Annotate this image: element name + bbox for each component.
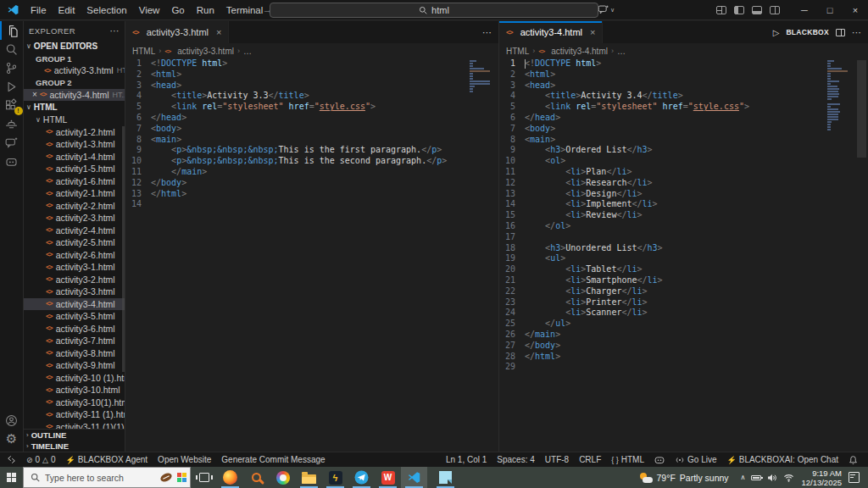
- taskbar-firefox[interactable]: [217, 467, 243, 488]
- menu-selection[interactable]: Selection: [81, 0, 132, 20]
- file-tree-item-activity1-5.html[interactable]: <>activity1-5.html: [24, 163, 125, 175]
- file-tree-item-activity3-10 (1).html[interactable]: <>activity3-10 (1).html: [24, 372, 125, 385]
- close-icon[interactable]: ×: [590, 27, 595, 37]
- open-editor-activity3-3[interactable]: <> activity3-3.html HT...: [24, 64, 125, 77]
- file-tree-item-activity3-11 (1).html[interactable]: <>activity3-11 (1).html: [24, 408, 125, 421]
- taskbar-file-explorer[interactable]: [296, 467, 322, 488]
- source-control-icon[interactable]: [0, 58, 24, 77]
- blackboxai-chat-button[interactable]: ⚡ BLACKBOXAI: Open Chat: [721, 455, 843, 464]
- generate-commit-button[interactable]: Generate Commit Message: [216, 455, 330, 464]
- encoding[interactable]: UTF-8: [540, 455, 574, 464]
- taskbar-wps[interactable]: W: [375, 467, 401, 488]
- copilot-status[interactable]: [649, 455, 670, 464]
- file-tree-item-activity1-2.html[interactable]: <>activity1-2.html: [24, 126, 125, 139]
- folder-html[interactable]: ∨ HTML: [24, 114, 125, 126]
- close-icon[interactable]: ×: [216, 27, 221, 37]
- breadcrumb[interactable]: HTML › <> activity3-3.html › …: [125, 43, 498, 58]
- blackbox-extension-icon[interactable]: [0, 114, 24, 133]
- file-tree-item-activity1-3.html[interactable]: <>activity1-3.html: [24, 138, 125, 151]
- code-editor-activity3-3[interactable]: 1<!DOCTYPE html>2<html>3<head>4 <title>A…: [125, 58, 470, 452]
- toggle-panel-icon[interactable]: [752, 6, 762, 14]
- breadcrumb[interactable]: HTML › <> activity3-4.html › …: [499, 43, 868, 58]
- file-tree-item-activity3-1.html[interactable]: <>activity3-1.html: [24, 261, 125, 274]
- settings-gear-icon[interactable]: ⚙: [0, 430, 24, 448]
- menu-file[interactable]: File: [25, 0, 53, 20]
- sidebar-scrollbar[interactable]: [122, 126, 125, 372]
- code-editor-activity3-4[interactable]: 1<!DOCTYPE html>2<html>3<head>4 <title>A…: [499, 58, 839, 452]
- eol-sequence[interactable]: CRLF: [574, 455, 606, 464]
- taskbar-paint[interactable]: [270, 467, 296, 488]
- menu-run[interactable]: Run: [191, 0, 220, 20]
- menu-view[interactable]: View: [133, 0, 166, 20]
- timeline-section[interactable]: › TIMELINE: [24, 441, 125, 452]
- file-tree-item-activity3-10.html[interactable]: <>activity3-10.html: [24, 384, 125, 396]
- indentation[interactable]: Spaces: 4: [492, 455, 539, 464]
- file-tree-item-activity2-2.html[interactable]: <>activity2-2.html: [24, 200, 125, 213]
- close-button[interactable]: ×: [843, 0, 868, 20]
- taskbar-search-app[interactable]: [243, 467, 270, 488]
- tray-expand-icon[interactable]: ∧: [741, 474, 746, 481]
- toggle-sidebar-icon[interactable]: [734, 6, 744, 14]
- editor-scrollbar[interactable]: [857, 60, 866, 158]
- language-mode[interactable]: { } HTML: [606, 455, 649, 464]
- file-tree-item-activity1-6.html[interactable]: <>activity1-6.html: [24, 175, 125, 188]
- close-icon[interactable]: ×: [32, 90, 37, 99]
- wifi-icon[interactable]: [783, 474, 794, 482]
- run-debug-icon[interactable]: [0, 77, 24, 96]
- more-actions-icon[interactable]: ⋯: [482, 27, 492, 38]
- minimap[interactable]: [827, 60, 849, 134]
- file-tree-item-activity3-10(1).html[interactable]: <>activity3-10(1).html: [24, 396, 125, 409]
- menu-edit[interactable]: Edit: [53, 0, 81, 20]
- taskbar-sticky-notes[interactable]: [432, 467, 459, 488]
- file-tree-item-activity2-6.html[interactable]: <>activity2-6.html: [24, 249, 125, 262]
- tab-activity3-3[interactable]: <> activity3-3.html ×: [125, 21, 229, 43]
- blackbox-agent-button[interactable]: ⚡ BLACKBOX Agent: [61, 455, 153, 464]
- file-tree-item-activity3-5.html[interactable]: <>activity3-5.html: [24, 310, 125, 323]
- file-tree-item-activity1-4.html[interactable]: <>activity1-4.html: [24, 151, 125, 164]
- open-website-button[interactable]: Open Website: [153, 455, 216, 464]
- speaker-icon[interactable]: [767, 474, 777, 482]
- file-tree-item-activity3-4.html[interactable]: <>activity3-4.html: [24, 298, 125, 311]
- customize-layout-icon[interactable]: [716, 6, 726, 14]
- nav-back-icon[interactable]: ←: [241, 3, 252, 16]
- taskbar-telegram[interactable]: [348, 467, 375, 488]
- file-tree-item-activity3-2.html[interactable]: <>activity3-2.html: [24, 274, 125, 286]
- outline-section[interactable]: › OUTLINE: [24, 430, 125, 441]
- toggle-secondary-sidebar-icon[interactable]: [770, 6, 780, 14]
- chat-extension-icon[interactable]: [0, 133, 24, 152]
- taskbar-vscode[interactable]: [401, 467, 427, 488]
- sidebar-more-actions[interactable]: ⋯: [110, 25, 120, 36]
- menu-go[interactable]: Go: [165, 0, 190, 20]
- taskbar-weather[interactable]: 79°F Partly sunny: [639, 473, 729, 483]
- open-editor-activity3-4[interactable]: × <> activity3-4.html HT...: [24, 89, 125, 102]
- file-tree-item-activity3-3.html[interactable]: <>activity3-3.html: [24, 286, 125, 298]
- workspace-root-html[interactable]: ∨ HTML: [24, 101, 125, 114]
- file-tree-item-activity3-7.html[interactable]: <>activity3-7.html: [24, 335, 125, 347]
- problems-indicator[interactable]: ⊘ 0 △ 0: [21, 455, 61, 464]
- explorer-icon[interactable]: [0, 21, 24, 40]
- start-button[interactable]: [0, 467, 23, 488]
- command-center-search[interactable]: html: [270, 3, 598, 18]
- maximize-button[interactable]: □: [817, 0, 843, 20]
- taskbar-s-app[interactable]: ϟ: [322, 467, 348, 488]
- sports-football-icon[interactable]: [159, 471, 173, 483]
- file-tree-item-activity2-4.html[interactable]: <>activity2-4.html: [24, 225, 125, 237]
- file-tree-item-activity3-9.html[interactable]: <>activity3-9.html: [24, 359, 125, 372]
- copilot-chat-button[interactable]: ∨: [598, 4, 615, 15]
- minimap[interactable]: [470, 60, 492, 96]
- cursor-position[interactable]: Ln 1, Col 1: [441, 455, 492, 464]
- search-sidebar-icon[interactable]: [0, 40, 24, 58]
- file-tree-item-activity3-6.html[interactable]: <>activity3-6.html: [24, 323, 125, 336]
- battery-icon[interactable]: [751, 475, 761, 480]
- taskbar-search-box[interactable]: Type here to search: [23, 467, 191, 488]
- file-tree-item-activity2-3.html[interactable]: <>activity2-3.html: [24, 212, 125, 225]
- news-interests-icon[interactable]: [177, 473, 186, 482]
- more-actions-icon[interactable]: ⋯: [852, 27, 861, 38]
- extensions-icon[interactable]: !: [0, 96, 24, 114]
- blackbox-button[interactable]: BLACKBOX: [786, 28, 829, 36]
- split-editor-icon[interactable]: [836, 29, 845, 36]
- remote-indicator[interactable]: [2, 455, 21, 464]
- file-tree-item-activity2-1.html[interactable]: <>activity2-1.html: [24, 187, 125, 200]
- file-tree-item-activity3-8.html[interactable]: <>activity3-8.html: [24, 347, 125, 360]
- file-tree-item-activity3-11 (1)(1).html[interactable]: <>activity3-11 (1)(1).html: [24, 421, 125, 430]
